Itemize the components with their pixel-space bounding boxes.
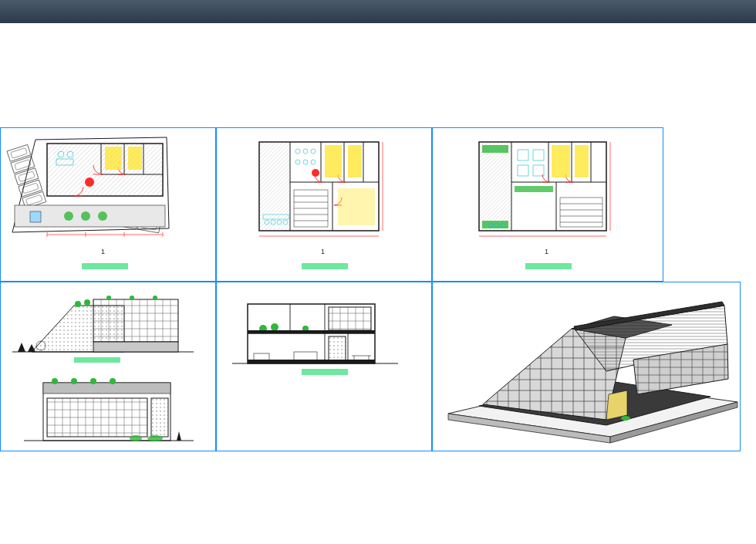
svg-point-26 xyxy=(85,177,94,187)
svg-point-133 xyxy=(271,323,278,331)
svg-point-118 xyxy=(52,378,58,384)
svg-rect-69 xyxy=(348,145,362,177)
svg-point-107 xyxy=(75,301,81,307)
second-floor-plan xyxy=(433,128,664,282)
svg-point-122 xyxy=(147,435,163,441)
svg-rect-0 xyxy=(7,144,31,161)
svg-point-121 xyxy=(110,378,116,384)
perspective-3d xyxy=(433,282,741,452)
svg-rect-83 xyxy=(515,186,553,192)
svg-rect-105 xyxy=(93,299,178,342)
svg-point-59 xyxy=(303,149,308,154)
sheet-second-floor: 1 xyxy=(432,127,663,282)
svg-point-32 xyxy=(98,211,107,221)
svg-rect-130 xyxy=(329,307,371,330)
svg-rect-68 xyxy=(325,145,342,177)
svg-point-119 xyxy=(71,378,77,384)
svg-rect-117 xyxy=(151,398,168,437)
section-marker: 1 xyxy=(545,248,548,255)
svg-rect-85 xyxy=(533,150,544,160)
svg-point-111 xyxy=(153,296,157,300)
svg-rect-98 xyxy=(552,145,570,177)
sheet-first-floor: 1 xyxy=(216,127,432,282)
svg-point-108 xyxy=(84,299,90,306)
svg-rect-33 xyxy=(30,211,41,222)
svg-rect-87 xyxy=(533,165,544,176)
svg-rect-86 xyxy=(518,165,528,176)
svg-rect-40 xyxy=(259,142,290,231)
svg-rect-140 xyxy=(248,360,375,363)
svg-point-110 xyxy=(130,296,134,300)
svg-rect-84 xyxy=(518,150,528,160)
svg-point-61 xyxy=(295,160,300,164)
svg-rect-28 xyxy=(128,147,142,170)
title-bar-label xyxy=(302,369,348,375)
svg-point-120 xyxy=(90,378,96,384)
svg-rect-91 xyxy=(560,198,602,227)
svg-point-67 xyxy=(312,169,319,177)
title-bar-label xyxy=(302,263,348,269)
svg-rect-27 xyxy=(105,147,122,170)
svg-point-31 xyxy=(81,211,90,221)
title-bar-label xyxy=(74,357,120,363)
title-bar-label xyxy=(82,263,128,269)
svg-rect-141 xyxy=(248,330,375,333)
sheet-ground-floor: 1 xyxy=(0,127,216,282)
svg-rect-81 xyxy=(482,145,508,153)
svg-rect-116 xyxy=(47,398,147,437)
section-drawing xyxy=(217,282,433,452)
svg-point-145 xyxy=(621,416,630,421)
svg-point-58 xyxy=(295,149,300,154)
app-titlebar xyxy=(0,0,756,23)
section-marker: 1 xyxy=(321,248,325,255)
section-marker: 1 xyxy=(101,248,105,255)
svg-rect-131 xyxy=(329,336,346,361)
first-floor-plan xyxy=(217,128,433,282)
svg-point-123 xyxy=(130,435,142,441)
ground-floor-plan xyxy=(1,128,217,282)
svg-rect-106 xyxy=(93,342,178,352)
svg-point-62 xyxy=(303,160,308,164)
svg-point-60 xyxy=(311,149,316,154)
svg-rect-74 xyxy=(479,142,511,231)
drawing-canvas: 1 1 xyxy=(0,23,756,544)
sheet-elevations xyxy=(0,282,216,451)
svg-point-30 xyxy=(64,211,73,221)
elevations-drawing xyxy=(1,282,217,452)
svg-point-63 xyxy=(311,160,316,164)
title-bar-label xyxy=(525,263,572,269)
svg-rect-70 xyxy=(338,188,375,225)
svg-point-109 xyxy=(106,296,111,300)
sheet-perspective xyxy=(432,282,741,451)
svg-rect-99 xyxy=(575,145,589,177)
sheet-section xyxy=(216,282,432,451)
svg-rect-115 xyxy=(43,383,170,394)
